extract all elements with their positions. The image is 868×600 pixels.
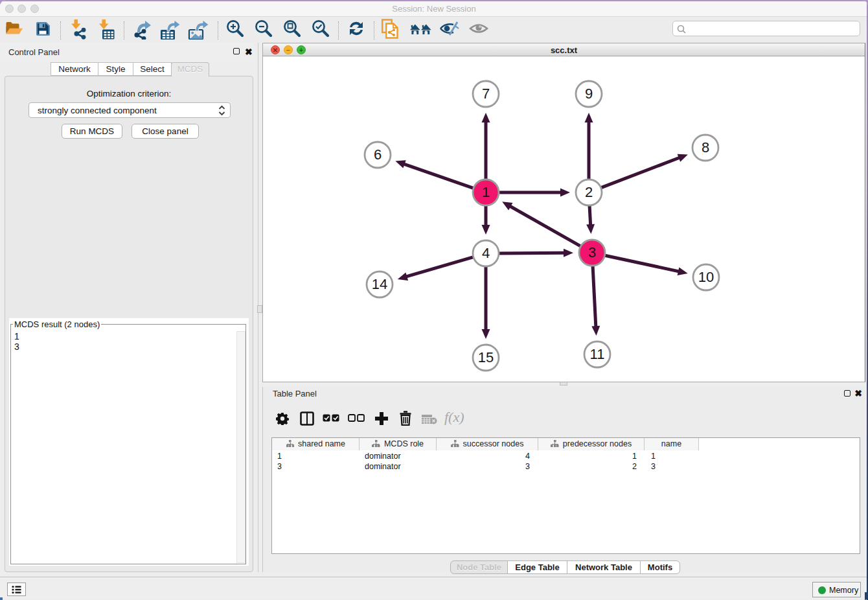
svg-text:3: 3 bbox=[588, 244, 596, 260]
svg-text:1: 1 bbox=[482, 184, 490, 200]
svg-text:10: 10 bbox=[698, 269, 714, 285]
svg-text:2: 2 bbox=[585, 184, 593, 200]
svg-text:14: 14 bbox=[372, 276, 387, 292]
svg-text:7: 7 bbox=[482, 86, 490, 102]
svg-text:6: 6 bbox=[374, 146, 382, 163]
svg-text:8: 8 bbox=[702, 139, 709, 156]
svg-text:4: 4 bbox=[482, 245, 490, 261]
svg-text:9: 9 bbox=[585, 86, 593, 102]
svg-text:11: 11 bbox=[590, 346, 605, 362]
svg-text:15: 15 bbox=[478, 349, 494, 365]
